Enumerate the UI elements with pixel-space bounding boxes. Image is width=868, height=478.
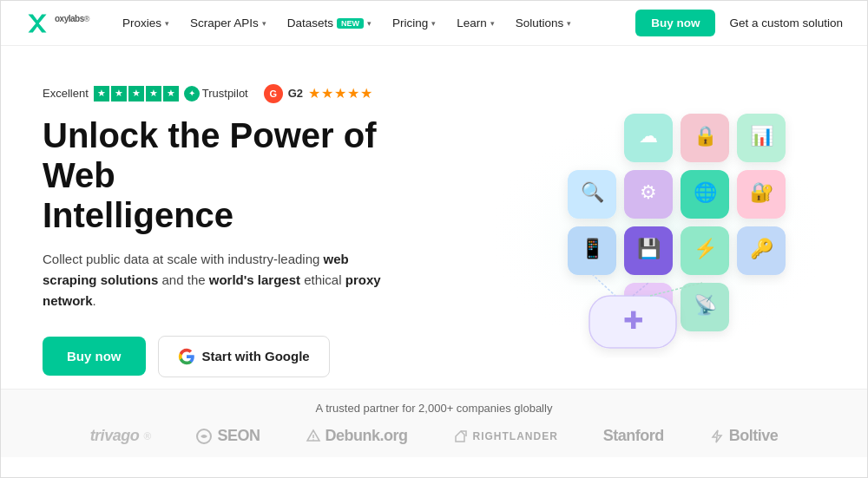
boltive-icon	[709, 429, 725, 444]
svg-point-34	[312, 439, 314, 441]
buy-now-hero-button[interactable]: Buy now	[43, 337, 146, 376]
svg-text:☁: ☁	[639, 125, 658, 147]
tp-star-5: ★	[163, 86, 179, 101]
svg-text:📡: 📡	[694, 293, 718, 317]
logo[interactable]: oxylabs®	[25, 11, 89, 36]
hero-illustration: ☁ 🔒 📊 🔍 ⚙ 🌐 🔐	[416, 46, 867, 389]
nav-scraper-apis[interactable]: Scraper APIs ▾	[181, 11, 275, 35]
rightlander-logo: RIGHTLANDER	[453, 429, 558, 444]
trustpilot-rating: Excellent ★ ★ ★ ★ ★ ✦ Trustpilot	[43, 86, 248, 101]
trustpilot-icon: ✦	[184, 86, 200, 101]
tp-star-1: ★	[94, 86, 109, 101]
hero-ctas: Buy now Start with Google	[43, 336, 442, 377]
chevron-down-icon: ▾	[367, 19, 372, 28]
chevron-down-icon: ▾	[490, 19, 495, 28]
g2-star-3: ★	[334, 85, 346, 101]
chevron-down-icon: ▾	[431, 19, 436, 28]
chevron-down-icon: ▾	[262, 19, 266, 28]
trusted-partners-section: A trusted partner for 2,000+ companies g…	[1, 389, 867, 457]
rightlander-icon	[453, 429, 469, 444]
iso-grid-container: ☁ 🔒 📊 🔍 ⚙ 🌐 🔐	[459, 62, 858, 374]
google-icon	[178, 348, 195, 365]
svg-text:🔒: 🔒	[694, 124, 718, 147]
g2-rating: G G2 ★ ★ ★ ★ ★	[264, 84, 372, 103]
buy-now-nav-button[interactable]: Buy now	[635, 10, 715, 36]
g2-star-half: ★	[360, 85, 372, 101]
navbar: oxylabs® Proxies ▾ Scraper APIs ▾ Datase…	[1, 1, 867, 46]
trustpilot-logo: ✦ Trustpilot	[184, 86, 248, 101]
tp-star-2: ★	[111, 86, 127, 101]
hero-content: Excellent ★ ★ ★ ★ ★ ✦ Trustpilot G G2 ★	[43, 84, 442, 377]
chevron-down-icon: ▾	[567, 19, 571, 28]
nav-datasets[interactable]: Datasets New ▾	[279, 11, 380, 35]
custom-solution-link[interactable]: Get a custom solution	[729, 16, 843, 29]
stanford-logo: Stanford	[603, 427, 664, 445]
nav-learn[interactable]: Learn ▾	[448, 11, 503, 35]
svg-text:📊: 📊	[750, 124, 774, 147]
trivago-logo: trivago ®	[90, 427, 151, 445]
nav-actions: Buy now Get a custom solution	[635, 10, 843, 36]
seon-icon	[195, 428, 213, 445]
hero-title: Unlock the Power of Web Intelligence	[43, 115, 442, 235]
svg-text:💾: 💾	[637, 237, 661, 260]
tp-star-4: ★	[146, 86, 161, 101]
trustpilot-stars: ★ ★ ★ ★ ★	[94, 86, 179, 101]
svg-text:⚙: ⚙	[640, 181, 657, 203]
tp-star-3: ★	[128, 86, 144, 101]
logo-icon	[25, 11, 49, 36]
partner-tagline: A trusted partner for 2,000+ companies g…	[43, 402, 825, 415]
nav-pricing[interactable]: Pricing ▾	[384, 11, 444, 35]
svg-text:🔐: 🔐	[750, 180, 774, 204]
g2-star-4: ★	[347, 85, 359, 101]
svg-text:🌐: 🌐	[694, 180, 718, 204]
svg-text:🔑: 🔑	[750, 237, 774, 260]
debunk-icon	[306, 429, 321, 444]
brand-name: oxylabs®	[55, 13, 89, 33]
chevron-down-icon: ▾	[165, 19, 169, 28]
g2-label: G2	[288, 87, 303, 100]
boltive-logo: Boltive	[709, 427, 779, 445]
nav-proxies[interactable]: Proxies ▾	[114, 11, 178, 35]
g2-icon: G	[264, 84, 283, 103]
start-with-google-button[interactable]: Start with Google	[158, 336, 330, 377]
g2-stars: ★ ★ ★ ★ ★	[308, 85, 372, 101]
svg-text:✚: ✚	[623, 307, 643, 334]
hero-section: Excellent ★ ★ ★ ★ ★ ✦ Trustpilot G G2 ★	[1, 46, 867, 389]
svg-text:⚡: ⚡	[694, 237, 718, 260]
nav-solutions[interactable]: Solutions ▾	[507, 11, 581, 35]
ratings-row: Excellent ★ ★ ★ ★ ★ ✦ Trustpilot G G2 ★	[43, 84, 442, 103]
g2-star-1: ★	[308, 85, 320, 101]
debunk-logo: Debunk.org	[306, 427, 408, 445]
seon-logo: SEON	[195, 427, 260, 445]
brand-logos-row: trivago ® SEON Debunk.org	[43, 427, 825, 445]
svg-text:🔍: 🔍	[581, 180, 605, 204]
excellent-label: Excellent	[43, 87, 89, 100]
svg-text:📱: 📱	[581, 237, 605, 260]
nav-links: Proxies ▾ Scraper APIs ▾ Datasets New ▾ …	[114, 11, 635, 35]
isometric-illustration: ☁ 🔒 📊 🔍 ⚙ 🌐 🔐	[459, 62, 858, 374]
hero-description: Collect public data at scale with indust…	[43, 249, 390, 311]
g2-star-2: ★	[321, 85, 333, 101]
